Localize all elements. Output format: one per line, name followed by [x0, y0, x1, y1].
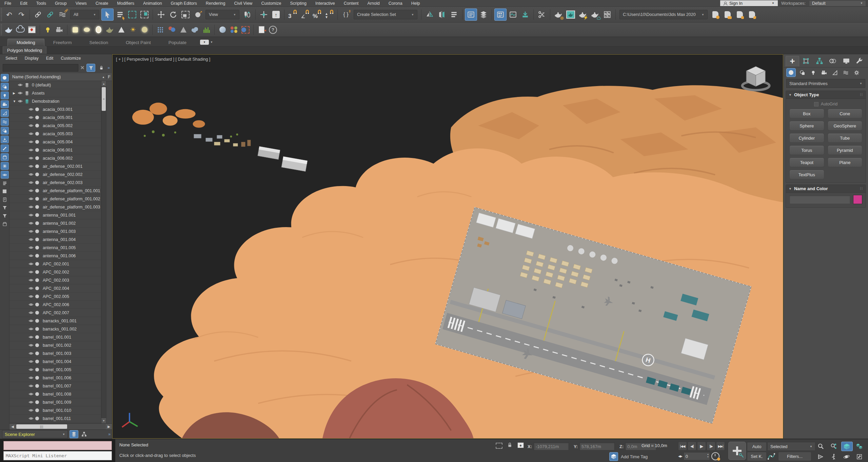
scene-explorer-row[interactable]: air_defense_platform_001.002	[9, 195, 101, 203]
visibility-eye-icon[interactable]	[28, 319, 35, 323]
filter-hidden-icon[interactable]	[1, 171, 9, 179]
export-doc-icon[interactable]	[256, 25, 267, 35]
primitive-category-dropdown[interactable]: Standard Primitives ▼	[786, 79, 865, 88]
rectangular-selection-region-icon[interactable]	[126, 9, 138, 20]
scene-explorer-row[interactable]: barrel_001.003	[9, 349, 101, 358]
key-mode-toggle-icon[interactable]: ◀▶	[678, 455, 682, 458]
vertical-scrollbar[interactable]: ▲ ≡ ▼	[101, 81, 106, 423]
visibility-eye-icon[interactable]	[28, 221, 35, 225]
visibility-eye-icon[interactable]	[28, 400, 35, 404]
name-color-header[interactable]: ▼ Name and Color ⁞⁞	[786, 185, 866, 193]
zoom-extents-icon[interactable]	[841, 442, 853, 451]
select-and-manipulate-icon[interactable]	[258, 9, 270, 20]
schematic-view-icon[interactable]	[536, 9, 548, 20]
visibility-eye-icon[interactable]	[28, 229, 35, 233]
node-label[interactable]: acacia_005.002	[43, 123, 73, 128]
align-icon[interactable]	[436, 9, 448, 20]
node-label[interactable]: barrel_001.009	[43, 400, 71, 405]
select-and-move-icon[interactable]	[155, 9, 167, 20]
play-icon[interactable]: ▶	[697, 442, 706, 450]
node-label[interactable]: acacia_003.001	[43, 107, 73, 112]
node-label[interactable]: air_defense_002.002	[43, 172, 82, 177]
scene-explorer-row[interactable]: barrel_001.001	[9, 333, 101, 341]
scene-explorer-row[interactable]: APC_002.005	[9, 293, 101, 301]
node-label[interactable]: APC_002.003	[43, 278, 69, 283]
overflow-chevron-icon[interactable]: »	[108, 432, 110, 437]
select-and-rotate-icon[interactable]	[167, 9, 179, 20]
render-in-cloud-icon[interactable]	[589, 9, 601, 20]
node-label[interactable]: antenna_001.002	[43, 221, 76, 226]
node-label[interactable]: antenna_001.005	[43, 245, 76, 250]
multi-material-icon[interactable]	[229, 25, 239, 35]
scene-explorer-row[interactable]: antenna_001.002	[9, 219, 101, 227]
primitive-button[interactable]: Cylinder	[789, 133, 824, 143]
container-icon[interactable]	[1, 220, 8, 227]
toggle-layer-explorer-icon[interactable]	[478, 9, 489, 20]
visibility-eye-icon[interactable]	[28, 295, 35, 298]
use-pivot-center-icon[interactable]	[241, 9, 253, 20]
scene-explorer-row[interactable]: air_defense_platform_001.003	[9, 203, 101, 211]
visibility-eye-icon[interactable]	[28, 246, 35, 249]
redo-icon[interactable]: ↷	[16, 9, 27, 20]
visibility-eye-icon[interactable]	[28, 408, 35, 412]
filter-frozen-icon[interactable]	[1, 162, 9, 170]
scrollbar-thumb[interactable]: |||	[16, 424, 67, 429]
set-key-button[interactable]: Set K.	[747, 452, 767, 461]
visibility-eye-icon[interactable]	[28, 262, 35, 266]
node-label[interactable]: acacia_006.001	[43, 148, 73, 153]
time-configuration-icon[interactable]	[711, 452, 719, 460]
visibility-eye-icon[interactable]	[28, 173, 35, 176]
menu-item[interactable]: Graph Editors	[166, 1, 201, 6]
visibility-eye-icon[interactable]	[28, 205, 35, 209]
angle-snap-icon[interactable]	[299, 9, 311, 20]
auto-key-button[interactable]: Auto	[747, 442, 767, 451]
scene-explorer-row[interactable]: acacia_006.001	[9, 146, 101, 154]
maximize-viewport-icon[interactable]	[854, 452, 865, 461]
script-folder-icon[interactable]	[722, 9, 733, 20]
node-label[interactable]: barrel_001.006	[43, 376, 71, 380]
filter-groups-icon[interactable]	[1, 127, 9, 135]
node-label[interactable]: barrel_001.002	[43, 343, 71, 348]
scene-explorer-row[interactable]: antenna_001.006	[9, 252, 101, 260]
ribbon-tab[interactable]: Modeling	[7, 39, 44, 46]
category-helpers-icon[interactable]	[830, 68, 839, 77]
scene-explorer-row[interactable]: barrel_001.002	[9, 341, 101, 349]
listener-input-line[interactable]: MAXScript Mini Listener	[3, 451, 112, 460]
absolute-mode-icon[interactable]: ◈	[517, 442, 524, 448]
visibility-eye-icon[interactable]	[28, 286, 35, 290]
filter-spacewarps-icon[interactable]	[1, 118, 9, 126]
visibility-eye-icon[interactable]	[28, 213, 35, 217]
visibility-eye-icon[interactable]	[28, 360, 35, 363]
selection-filter-dropdown[interactable]: All▼	[70, 10, 99, 19]
category-lights-icon[interactable]	[809, 68, 817, 77]
sync-selection-icon[interactable]	[1, 180, 8, 187]
unlink-icon[interactable]	[44, 9, 56, 20]
scene-explorer-row[interactable]: APC_002.004	[9, 284, 101, 293]
node-label[interactable]: barrel_001.003	[43, 351, 71, 356]
next-frame-icon[interactable]: ||▶	[707, 442, 715, 450]
masked-sphere-icon[interactable]	[240, 25, 251, 35]
visibility-eye-icon[interactable]	[28, 392, 35, 396]
cone-light-icon[interactable]	[116, 25, 127, 35]
layer-mode-icon[interactable]	[70, 430, 78, 438]
zoom-icon[interactable]	[815, 442, 826, 450]
node-label[interactable]: barrel_001.004	[43, 359, 71, 364]
visibility-eye-icon[interactable]	[28, 351, 35, 355]
add-time-tag[interactable]: Add Time Tag	[609, 452, 648, 461]
scroll-down-icon[interactable]: ▼	[101, 418, 106, 423]
filter-funnel-icon[interactable]	[86, 64, 95, 72]
lock-icon[interactable]	[97, 64, 105, 72]
primitive-button[interactable]: Torus	[789, 145, 824, 155]
node-label[interactable]: antenna_001.006	[43, 254, 76, 258]
keyboard-shortcut-override-icon[interactable]: ↑	[270, 9, 282, 20]
primitive-button[interactable]: TextPlus	[789, 170, 824, 179]
visibility-eye-icon[interactable]	[28, 311, 35, 315]
go-to-end-icon[interactable]: ▶▶|	[716, 442, 725, 450]
menu-item[interactable]: Tools	[32, 1, 51, 6]
primitive-button[interactable]: Pyramid	[828, 145, 863, 155]
menu-item[interactable]: Animation	[139, 1, 166, 6]
primitive-button[interactable]: Plane	[828, 158, 863, 167]
scatter-grid-icon[interactable]	[155, 25, 166, 35]
tab-hierarchy[interactable]	[813, 56, 826, 66]
primitive-button[interactable]: Teapot	[789, 158, 824, 167]
